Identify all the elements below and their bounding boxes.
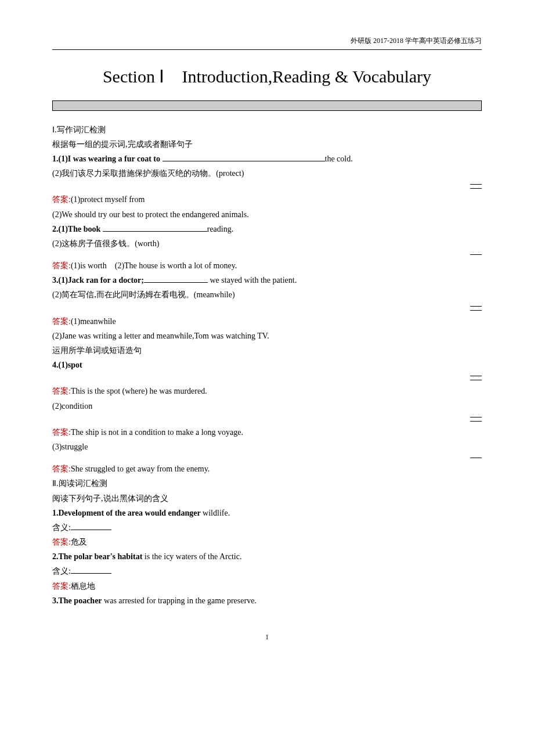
- answer-label: 答案:: [52, 538, 71, 546]
- section-1-heading: Ⅰ.写作词汇检测: [52, 123, 482, 137]
- answer-lines: [52, 376, 482, 380]
- s2-q2-b: is the icy waters of the Arctic.: [142, 552, 241, 561]
- answer-lines: [52, 306, 482, 311]
- answer-2: 答案:(1)is worth (2)The house is worth a l…: [52, 258, 482, 273]
- question-2-1: 2.(1)The book reading.: [52, 222, 482, 236]
- answer-4-1-text: This is the spot (where) he was murdered…: [71, 387, 207, 395]
- meaning-label: 含义:: [52, 523, 71, 532]
- q3-1-text-b: we stayed with the patient.: [208, 276, 297, 285]
- s2-a2-text: 栖息地: [71, 582, 95, 591]
- answer-3-1: (1)meanwhile: [71, 317, 116, 326]
- answer-lines: [52, 254, 482, 255]
- meaning-label: 含义:: [52, 567, 71, 575]
- answer-2-text: (1)is worth (2)The house is worth a lot …: [71, 261, 237, 270]
- answer-4-1: 答案:This is the spot (where) he was murde…: [52, 384, 482, 398]
- fill-blank[interactable]: [71, 566, 111, 574]
- answer-4-3: 答案:She struggled to get away from the en…: [52, 462, 482, 476]
- s2-q1-b: wildlife.: [201, 509, 230, 517]
- q2-1-text-a: 2.(1)The book: [52, 225, 103, 233]
- answer-3-2: (2)Jane was writing a letter and meanwhi…: [52, 329, 482, 343]
- answer-1-2: (2)We should try our best to protect the…: [52, 207, 482, 222]
- divider-bar: [52, 100, 482, 111]
- s2-q1-bold: endanger: [168, 509, 201, 517]
- section-1-instruction-2: 运用所学单词或短语造句: [52, 343, 482, 358]
- answer-label: 答案:: [52, 428, 71, 437]
- q1-1-text-b: the cold.: [325, 154, 353, 163]
- fill-blank[interactable]: [103, 224, 207, 232]
- question-2-2: (2)这栋房子值很多钱。(worth): [52, 236, 482, 251]
- s2-answer-2: 答案:栖息地: [52, 579, 482, 593]
- q1-1-text-a: 1.(1)I was wearing a fur coat to: [52, 154, 163, 163]
- s2-q3-bold: poacher: [74, 596, 102, 605]
- s2-a1-text: 危及: [71, 538, 87, 546]
- section-2-heading: Ⅱ.阅读词汇检测: [52, 476, 482, 491]
- answer-4-3-text: She struggled to get away from the enemy…: [71, 465, 210, 473]
- answer-lines: [52, 458, 482, 458]
- answer-label: 答案:: [52, 582, 71, 591]
- answer-label: 答案:: [52, 195, 71, 204]
- fill-blank[interactable]: [144, 275, 208, 283]
- section-1-instruction: 根据每一组的提示词,完成或者翻译句子: [52, 137, 482, 152]
- question-3-1: 3.(1)Jack ran for a doctor; we stayed wi…: [52, 273, 482, 287]
- section-2: Ⅱ.阅读词汇检测 阅读下列句子,说出黑体词的含义 1.Development o…: [52, 476, 482, 608]
- s2-question-2: 2.The polar bear's habitat is the icy wa…: [52, 549, 482, 564]
- section-2-instruction: 阅读下列句子,说出黑体词的含义: [52, 491, 482, 506]
- answer-label: 答案:: [52, 465, 71, 473]
- page-header: 外研版 2017-2018 学年高中英语必修五练习: [52, 35, 482, 50]
- question-4-1: 4.(1)spot: [52, 358, 482, 372]
- answer-label: 答案:: [52, 317, 71, 326]
- answer-1-1: (1)protect myself from: [71, 195, 145, 204]
- answer-label: 答案:: [52, 387, 71, 395]
- s2-q3-a: 3.The: [52, 596, 74, 605]
- answer-1: 答案:(1)protect myself from: [52, 192, 482, 207]
- question-1-2: (2)我们该尽力采取措施保护濒临灭绝的动物。(protect): [52, 166, 482, 181]
- q3-1-text-a: 3.(1)Jack ran for a doctor;: [52, 276, 144, 285]
- answer-3: 答案:(1)meanwhile: [52, 314, 482, 329]
- s2-meaning-1: 含义:: [52, 520, 482, 535]
- s2-q2-a: 2.The polar bear's: [52, 552, 118, 561]
- page-number: 1: [52, 631, 482, 644]
- s2-q3-b: was arrested for trapping in the game pr…: [102, 596, 257, 605]
- s2-answer-1: 答案:危及: [52, 535, 482, 549]
- document-title: Section Ⅰ Introduction,Reading & Vocabul…: [52, 64, 482, 89]
- fill-blank[interactable]: [163, 153, 325, 161]
- answer-4-2: 答案:The ship is not in a condition to mak…: [52, 425, 482, 440]
- s2-q1-a: 1.Development of the area would: [52, 509, 168, 517]
- q2-1-text-b: reading.: [207, 225, 233, 233]
- s2-q2-bold: habitat: [118, 552, 143, 561]
- s2-meaning-2: 含义:: [52, 564, 482, 578]
- s2-question-1: 1.Development of the area would endanger…: [52, 506, 482, 520]
- question-4-3: (3)struggle: [52, 440, 482, 454]
- question-1-1: 1.(1)I was wearing a fur coat to the col…: [52, 152, 482, 166]
- answer-label: 答案:: [52, 261, 71, 270]
- s2-question-3: 3.The poacher was arrested for trapping …: [52, 593, 482, 608]
- answer-4-2-text: The ship is not in a condition to make a…: [71, 428, 243, 437]
- answer-lines: [52, 417, 482, 422]
- fill-blank[interactable]: [71, 522, 111, 530]
- question-4-2: (2)condition: [52, 399, 482, 413]
- answer-lines: [52, 184, 482, 189]
- question-3-2: (2)简在写信,而在此同时汤姆在看电视。(meanwhile): [52, 287, 482, 302]
- section-1: Ⅰ.写作词汇检测 根据每一组的提示词,完成或者翻译句子 1.(1)I was w…: [52, 123, 482, 477]
